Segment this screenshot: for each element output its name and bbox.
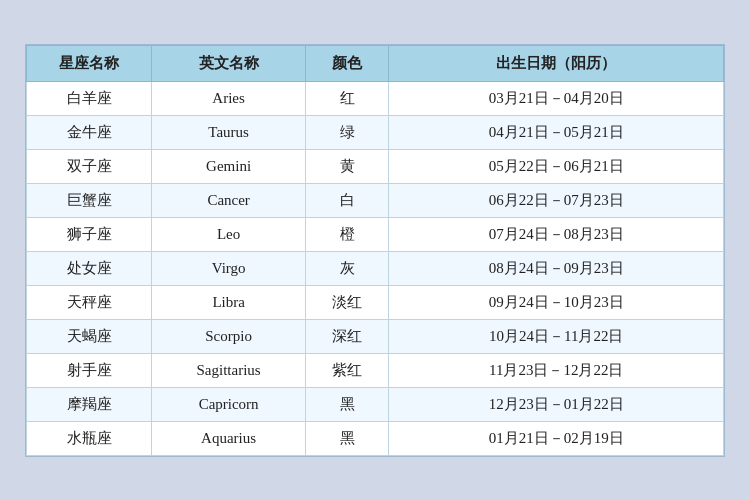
header-zh: 星座名称 <box>27 45 152 81</box>
cell-zh: 狮子座 <box>27 217 152 251</box>
header-date: 出生日期（阳历） <box>389 45 724 81</box>
cell-date: 01月21日－02月19日 <box>389 421 724 455</box>
table-header-row: 星座名称 英文名称 颜色 出生日期（阳历） <box>27 45 724 81</box>
cell-en: Aries <box>152 81 305 115</box>
cell-date: 06月22日－07月23日 <box>389 183 724 217</box>
cell-date: 10月24日－11月22日 <box>389 319 724 353</box>
table-row: 狮子座Leo橙07月24日－08月23日 <box>27 217 724 251</box>
cell-color: 黄 <box>305 149 389 183</box>
cell-color: 白 <box>305 183 389 217</box>
table-row: 处女座Virgo灰08月24日－09月23日 <box>27 251 724 285</box>
cell-color: 黑 <box>305 421 389 455</box>
cell-en: Capricorn <box>152 387 305 421</box>
cell-zh: 天蝎座 <box>27 319 152 353</box>
cell-color: 灰 <box>305 251 389 285</box>
cell-color: 橙 <box>305 217 389 251</box>
cell-en: Sagittarius <box>152 353 305 387</box>
cell-en: Taurus <box>152 115 305 149</box>
cell-color: 黑 <box>305 387 389 421</box>
cell-date: 05月22日－06月21日 <box>389 149 724 183</box>
cell-zh: 水瓶座 <box>27 421 152 455</box>
table-row: 白羊座Aries红03月21日－04月20日 <box>27 81 724 115</box>
header-color: 颜色 <box>305 45 389 81</box>
cell-en: Leo <box>152 217 305 251</box>
table-row: 天秤座Libra淡红09月24日－10月23日 <box>27 285 724 319</box>
table-row: 射手座Sagittarius紫红11月23日－12月22日 <box>27 353 724 387</box>
table-body: 白羊座Aries红03月21日－04月20日金牛座Taurus绿04月21日－0… <box>27 81 724 455</box>
cell-date: 11月23日－12月22日 <box>389 353 724 387</box>
table-row: 巨蟹座Cancer白06月22日－07月23日 <box>27 183 724 217</box>
cell-color: 绿 <box>305 115 389 149</box>
zodiac-table-container: 星座名称 英文名称 颜色 出生日期（阳历） 白羊座Aries红03月21日－04… <box>25 44 725 457</box>
cell-en: Libra <box>152 285 305 319</box>
cell-color: 深红 <box>305 319 389 353</box>
cell-zh: 双子座 <box>27 149 152 183</box>
cell-zh: 金牛座 <box>27 115 152 149</box>
cell-en: Virgo <box>152 251 305 285</box>
cell-zh: 处女座 <box>27 251 152 285</box>
cell-en: Cancer <box>152 183 305 217</box>
cell-date: 07月24日－08月23日 <box>389 217 724 251</box>
table-row: 摩羯座Capricorn黑12月23日－01月22日 <box>27 387 724 421</box>
table-row: 水瓶座Aquarius黑01月21日－02月19日 <box>27 421 724 455</box>
cell-date: 09月24日－10月23日 <box>389 285 724 319</box>
cell-color: 红 <box>305 81 389 115</box>
cell-en: Gemini <box>152 149 305 183</box>
table-row: 金牛座Taurus绿04月21日－05月21日 <box>27 115 724 149</box>
cell-color: 紫红 <box>305 353 389 387</box>
table-row: 天蝎座Scorpio深红10月24日－11月22日 <box>27 319 724 353</box>
cell-zh: 天秤座 <box>27 285 152 319</box>
cell-zh: 摩羯座 <box>27 387 152 421</box>
header-en: 英文名称 <box>152 45 305 81</box>
cell-en: Scorpio <box>152 319 305 353</box>
cell-zh: 白羊座 <box>27 81 152 115</box>
cell-color: 淡红 <box>305 285 389 319</box>
cell-date: 08月24日－09月23日 <box>389 251 724 285</box>
cell-zh: 巨蟹座 <box>27 183 152 217</box>
cell-date: 03月21日－04月20日 <box>389 81 724 115</box>
table-row: 双子座Gemini黄05月22日－06月21日 <box>27 149 724 183</box>
cell-date: 12月23日－01月22日 <box>389 387 724 421</box>
cell-date: 04月21日－05月21日 <box>389 115 724 149</box>
cell-en: Aquarius <box>152 421 305 455</box>
zodiac-table: 星座名称 英文名称 颜色 出生日期（阳历） 白羊座Aries红03月21日－04… <box>26 45 724 456</box>
cell-zh: 射手座 <box>27 353 152 387</box>
